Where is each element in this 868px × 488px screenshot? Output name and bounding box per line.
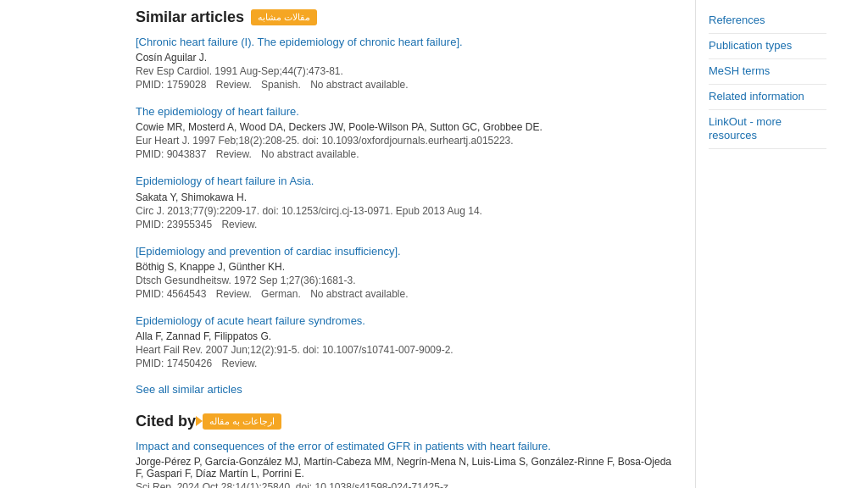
article-journal: Rev Esp Cardiol. 1991 Aug-Sep;44(7):473-… [136,65,678,77]
article-item: Epidemiology of acute heart failure synd… [136,313,678,369]
cited-article-item: Impact and consequences of the error of … [136,439,678,488]
article-item: [Chronic heart failure (I). The epidemio… [136,35,678,91]
cited-by-heading: Cited by [136,413,196,430]
article-journal: Heart Fail Rev. 2007 Jun;12(2):91-5. doi… [136,344,678,356]
article-link[interactable]: The epidemiology of heart failure. [136,104,678,119]
article-authors: Böthig S, Knappe J, Günther KH. [136,261,678,273]
tag2: Spanish. [261,79,301,91]
cited-article-link[interactable]: Impact and consequences of the error of … [136,439,678,454]
sidebar-link-references[interactable]: References [709,8,826,34]
see-all-similar-link[interactable]: See all similar articles [136,383,678,396]
pmid: PMID: 9043837 [136,148,206,160]
tag1: Review. [216,288,252,300]
similar-articles-heading: Similar articles [136,8,244,26]
article-meta: PMID: 4564543 Review. German. No abstrac… [136,288,678,300]
similar-articles-header: Similar articles مقالات مشابه [136,8,678,26]
tag2: German. [261,288,301,300]
article-meta: PMID: 17450426 Review. [136,358,678,369]
cited-by-tooltip: ارجاعات به مقاله [203,413,281,430]
pmid: PMID: 1759028 [136,79,206,91]
tag3: No abstract available. [310,288,408,300]
similar-articles-tooltip: مقالات مشابه [251,9,317,25]
sidebar-link-publication-types[interactable]: Publication types [709,34,826,59]
article-item: Epidemiology of heart failure in Asia. S… [136,174,678,230]
sidebar-link-mesh-terms[interactable]: MeSH terms [709,59,826,85]
article-journal: Dtsch Gesundheitsw. 1972 Sep 1;27(36):16… [136,274,678,286]
tag1: Review. [221,358,257,369]
cited-article-authors: Jorge-Pérez P, García-González MJ, Martí… [136,456,678,480]
pmid: PMID: 23955345 [136,219,212,230]
article-link[interactable]: Epidemiology of acute heart failure synd… [136,313,678,329]
sidebar: References Publication types MeSH terms … [695,0,839,488]
article-journal: Eur Heart J. 1997 Feb;18(2):208-25. doi:… [136,135,678,147]
tag3: No abstract available. [310,79,408,91]
article-journal: Circ J. 2013;77(9):2209-17. doi: 10.1253… [136,205,678,217]
pmid: PMID: 4564543 [136,288,206,300]
tooltip-arrow-cited [196,416,203,426]
sidebar-link-linkout[interactable]: LinkOut - more resources [709,110,826,150]
sidebar-link-related-information[interactable]: Related information [709,85,826,110]
main-content: Similar articles مقالات مشابه [Chronic h… [0,0,695,488]
article-authors: Cowie MR, Mosterd A, Wood DA, Deckers JW… [136,121,678,133]
tag2: No abstract available. [261,148,359,160]
article-link[interactable]: [Epidemiology and prevention of cardiac … [136,244,678,259]
cited-by-header: Cited by ارجاعات به مقاله [136,413,678,430]
pmid: PMID: 17450426 [136,358,212,369]
article-item: The epidemiology of heart failure. Cowie… [136,104,678,160]
article-meta: PMID: 9043837 Review. No abstract availa… [136,148,678,160]
article-authors: Sakata Y, Shimokawa H. [136,191,678,203]
cited-article-journal: Sci Rep. 2024 Oct 28;14(1):25840. doi: 1… [136,481,678,488]
tag1: Review. [216,148,252,160]
article-meta: PMID: 1759028 Review. Spanish. No abstra… [136,79,678,91]
article-meta: PMID: 23955345 Review. [136,219,678,230]
article-authors: Alla F, Zannad F, Filippatos G. [136,330,678,342]
tag1: Review. [221,219,257,230]
article-link[interactable]: Epidemiology of heart failure in Asia. [136,174,678,189]
tag1: Review. [216,79,252,91]
article-link[interactable]: [Chronic heart failure (I). The epidemio… [136,35,678,50]
article-item: [Epidemiology and prevention of cardiac … [136,244,678,300]
article-authors: Cosín Aguilar J. [136,52,678,64]
cited-by-section: Cited by ارجاعات به مقاله Impact and con… [136,413,678,488]
